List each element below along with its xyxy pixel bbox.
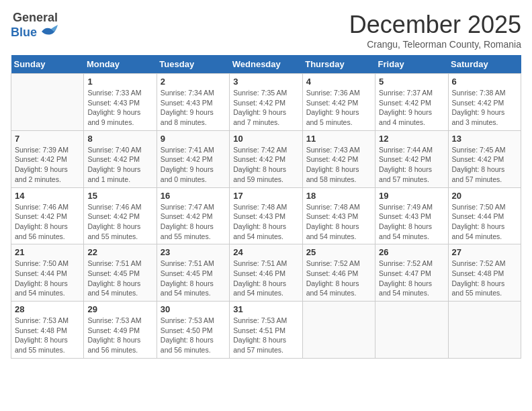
calendar-cell: 1Sunrise: 7:33 AM Sunset: 4:43 PM Daylig… — [84, 74, 157, 131]
header-monday: Monday — [84, 55, 157, 74]
day-number: 19 — [379, 191, 444, 201]
calendar-cell: 5Sunrise: 7:37 AM Sunset: 4:42 PM Daylig… — [375, 74, 448, 131]
week-row-4: 21Sunrise: 7:50 AM Sunset: 4:44 PM Dayli… — [11, 244, 521, 302]
day-number: 17 — [233, 191, 298, 201]
cell-details: Sunrise: 7:52 AM Sunset: 4:48 PM Dayligh… — [452, 259, 517, 298]
day-number: 2 — [161, 77, 226, 87]
calendar-cell: 29Sunrise: 7:53 AM Sunset: 4:49 PM Dayli… — [84, 302, 157, 359]
cell-details: Sunrise: 7:50 AM Sunset: 4:44 PM Dayligh… — [15, 259, 80, 298]
day-number: 22 — [87, 247, 152, 257]
day-number: 3 — [233, 77, 298, 87]
calendar-cell: 25Sunrise: 7:52 AM Sunset: 4:46 PM Dayli… — [302, 244, 375, 302]
calendar-cell: 7Sunrise: 7:39 AM Sunset: 4:42 PM Daylig… — [11, 130, 84, 187]
calendar-cell: 24Sunrise: 7:51 AM Sunset: 4:46 PM Dayli… — [230, 244, 302, 302]
calendar-cell: 15Sunrise: 7:46 AM Sunset: 4:42 PM Dayli… — [84, 187, 157, 244]
cell-details: Sunrise: 7:51 AM Sunset: 4:45 PM Dayligh… — [87, 259, 152, 298]
logo: General Blue — [11, 11, 58, 40]
cell-details: Sunrise: 7:52 AM Sunset: 4:47 PM Dayligh… — [379, 259, 444, 298]
day-number: 24 — [233, 247, 298, 257]
header-saturday: Saturday — [448, 55, 521, 74]
week-row-5: 28Sunrise: 7:53 AM Sunset: 4:48 PM Dayli… — [11, 302, 521, 359]
day-number: 11 — [306, 134, 371, 144]
cell-details: Sunrise: 7:53 AM Sunset: 4:48 PM Dayligh… — [15, 316, 80, 355]
cell-details: Sunrise: 7:51 AM Sunset: 4:46 PM Dayligh… — [233, 259, 298, 298]
header-sunday: Sunday — [11, 55, 84, 74]
cell-details: Sunrise: 7:49 AM Sunset: 4:43 PM Dayligh… — [379, 202, 444, 242]
logo-bird-icon — [39, 25, 58, 40]
day-number: 4 — [306, 77, 371, 87]
calendar-cell: 12Sunrise: 7:44 AM Sunset: 4:42 PM Dayli… — [375, 130, 448, 187]
page-header: General Blue December 2025 Crangu, Teleo… — [11, 11, 521, 50]
logo-general: General — [13, 11, 58, 25]
calendar-cell: 17Sunrise: 7:48 AM Sunset: 4:43 PM Dayli… — [230, 187, 302, 244]
day-number: 8 — [87, 134, 152, 144]
week-row-1: 1Sunrise: 7:33 AM Sunset: 4:43 PM Daylig… — [11, 74, 521, 131]
day-number: 9 — [161, 134, 226, 144]
day-number: 31 — [233, 304, 298, 314]
calendar-cell: 27Sunrise: 7:52 AM Sunset: 4:48 PM Dayli… — [448, 244, 521, 302]
cell-details: Sunrise: 7:36 AM Sunset: 4:42 PM Dayligh… — [306, 88, 371, 128]
day-number: 15 — [87, 191, 152, 201]
calendar-cell: 28Sunrise: 7:53 AM Sunset: 4:48 PM Dayli… — [11, 302, 84, 359]
day-number: 1 — [87, 77, 152, 87]
week-row-3: 14Sunrise: 7:46 AM Sunset: 4:42 PM Dayli… — [11, 187, 521, 244]
header-row: SundayMondayTuesdayWednesdayThursdayFrid… — [11, 55, 521, 74]
calendar-cell: 20Sunrise: 7:50 AM Sunset: 4:44 PM Dayli… — [448, 187, 521, 244]
header-wednesday: Wednesday — [230, 55, 302, 74]
calendar-cell — [302, 302, 375, 359]
calendar-cell — [11, 74, 84, 131]
cell-details: Sunrise: 7:43 AM Sunset: 4:42 PM Dayligh… — [306, 145, 371, 185]
calendar-table: SundayMondayTuesdayWednesdayThursdayFrid… — [11, 55, 521, 359]
day-number: 20 — [452, 191, 517, 201]
calendar-cell: 14Sunrise: 7:46 AM Sunset: 4:42 PM Dayli… — [11, 187, 84, 244]
day-number: 14 — [15, 191, 80, 201]
cell-details: Sunrise: 7:53 AM Sunset: 4:49 PM Dayligh… — [87, 316, 152, 355]
day-number: 18 — [306, 191, 371, 201]
cell-details: Sunrise: 7:46 AM Sunset: 4:42 PM Dayligh… — [87, 202, 152, 242]
cell-details: Sunrise: 7:48 AM Sunset: 4:43 PM Dayligh… — [306, 202, 371, 242]
calendar-cell: 16Sunrise: 7:47 AM Sunset: 4:42 PM Dayli… — [157, 187, 229, 244]
day-number: 16 — [161, 191, 226, 201]
calendar-cell: 9Sunrise: 7:41 AM Sunset: 4:42 PM Daylig… — [157, 130, 229, 187]
cell-details: Sunrise: 7:42 AM Sunset: 4:42 PM Dayligh… — [233, 145, 298, 185]
calendar-cell: 13Sunrise: 7:45 AM Sunset: 4:42 PM Dayli… — [448, 130, 521, 187]
calendar-cell: 4Sunrise: 7:36 AM Sunset: 4:42 PM Daylig… — [302, 74, 375, 131]
day-number: 5 — [379, 77, 444, 87]
header-tuesday: Tuesday — [157, 55, 229, 74]
calendar-cell: 30Sunrise: 7:53 AM Sunset: 4:50 PM Dayli… — [157, 302, 229, 359]
cell-details: Sunrise: 7:52 AM Sunset: 4:46 PM Dayligh… — [306, 259, 371, 298]
calendar-cell: 19Sunrise: 7:49 AM Sunset: 4:43 PM Dayli… — [375, 187, 448, 244]
day-number: 23 — [161, 247, 226, 257]
calendar-cell: 23Sunrise: 7:51 AM Sunset: 4:45 PM Dayli… — [157, 244, 229, 302]
cell-details: Sunrise: 7:51 AM Sunset: 4:45 PM Dayligh… — [161, 259, 226, 298]
cell-details: Sunrise: 7:47 AM Sunset: 4:42 PM Dayligh… — [161, 202, 226, 242]
day-number: 25 — [306, 247, 371, 257]
header-friday: Friday — [375, 55, 448, 74]
cell-details: Sunrise: 7:50 AM Sunset: 4:44 PM Dayligh… — [452, 202, 517, 242]
cell-details: Sunrise: 7:34 AM Sunset: 4:43 PM Dayligh… — [161, 88, 226, 128]
cell-details: Sunrise: 7:46 AM Sunset: 4:42 PM Dayligh… — [15, 202, 80, 242]
cell-details: Sunrise: 7:48 AM Sunset: 4:43 PM Dayligh… — [233, 202, 298, 242]
day-number: 10 — [233, 134, 298, 144]
cell-details: Sunrise: 7:53 AM Sunset: 4:51 PM Dayligh… — [233, 316, 298, 355]
cell-details: Sunrise: 7:41 AM Sunset: 4:42 PM Dayligh… — [161, 145, 226, 185]
day-number: 28 — [15, 304, 80, 314]
day-number: 7 — [15, 134, 80, 144]
day-number: 21 — [15, 247, 80, 257]
calendar-cell: 21Sunrise: 7:50 AM Sunset: 4:44 PM Dayli… — [11, 244, 84, 302]
cell-details: Sunrise: 7:39 AM Sunset: 4:42 PM Dayligh… — [15, 145, 80, 185]
cell-details: Sunrise: 7:37 AM Sunset: 4:42 PM Dayligh… — [379, 88, 444, 128]
calendar-cell: 22Sunrise: 7:51 AM Sunset: 4:45 PM Dayli… — [84, 244, 157, 302]
cell-details: Sunrise: 7:45 AM Sunset: 4:42 PM Dayligh… — [452, 145, 517, 185]
location-subtitle: Crangu, Teleorman County, Romania — [349, 39, 521, 50]
cell-details: Sunrise: 7:33 AM Sunset: 4:43 PM Dayligh… — [87, 88, 152, 128]
month-title: December 2025 — [349, 11, 521, 39]
cell-details: Sunrise: 7:35 AM Sunset: 4:42 PM Dayligh… — [233, 88, 298, 128]
calendar-cell: 31Sunrise: 7:53 AM Sunset: 4:51 PM Dayli… — [230, 302, 302, 359]
cell-details: Sunrise: 7:44 AM Sunset: 4:42 PM Dayligh… — [379, 145, 444, 185]
day-number: 27 — [452, 247, 517, 257]
calendar-cell: 10Sunrise: 7:42 AM Sunset: 4:42 PM Dayli… — [230, 130, 302, 187]
logo-blue: Blue — [11, 26, 37, 40]
cell-details: Sunrise: 7:53 AM Sunset: 4:50 PM Dayligh… — [161, 316, 226, 355]
day-number: 26 — [379, 247, 444, 257]
